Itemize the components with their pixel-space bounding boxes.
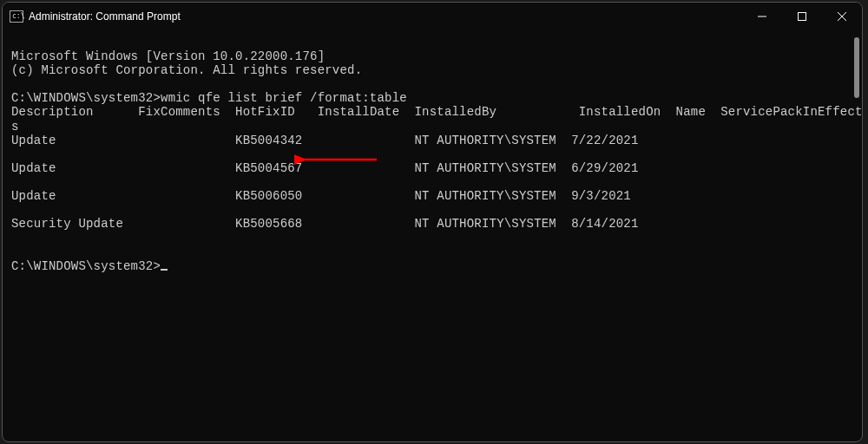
table-row: Security Update KB5005668 NT AUTHORITY\S… <box>11 217 639 231</box>
prompt-line-1: C:\WINDOWS\system32>wmic qfe list brief … <box>11 91 407 105</box>
cell-installedon: 8/14/2021 <box>571 217 638 231</box>
svg-rect-1 <box>799 13 806 21</box>
titlebar-left: c:\ Administrator: Command Prompt <box>10 10 181 23</box>
table-row: Update KB5004342 NT AUTHORITY\SYSTEM 7/2… <box>11 134 639 147</box>
command-prompt-window: c:\ Administrator: Command Prompt Micros… <box>2 2 863 442</box>
cell-installedby: NT AUTHORITY\SYSTEM <box>415 189 556 203</box>
cell-installedon: 6/29/2021 <box>571 161 638 175</box>
command-text: wmic qfe list brief /format:table <box>161 91 407 105</box>
window-title: Administrator: Command Prompt <box>29 10 181 23</box>
minimize-button[interactable] <box>742 3 782 30</box>
hdr-installedon: InstalledOn <box>579 105 661 119</box>
terminal-output[interactable]: Microsoft Windows [Version 10.0.22000.17… <box>3 30 862 296</box>
minimize-icon <box>758 12 766 21</box>
cell-installedon: 7/22/2021 <box>571 134 638 147</box>
cell-installedon: 9/3/2021 <box>571 189 631 203</box>
banner-line-2: (c) Microsoft Corporation. All rights re… <box>11 63 362 77</box>
cell-hotfixid: KB5005668 <box>235 217 302 231</box>
prompt-path: C:\WINDOWS\system32> <box>11 91 161 105</box>
cell-hotfixid: KB5004342 <box>235 134 302 147</box>
maximize-button[interactable] <box>782 3 822 30</box>
table-row: Update KB5004567 NT AUTHORITY\SYSTEM 6/2… <box>11 161 639 175</box>
maximize-icon <box>798 12 806 21</box>
hdr-name: Name <box>676 105 706 119</box>
table-header: Description FixComments HotFixID Install… <box>11 105 863 119</box>
table-row: Update KB5006050 NT AUTHORITY\SYSTEM 9/3… <box>11 189 631 203</box>
cell-description: Update <box>11 189 56 203</box>
hdr-fixcomments: FixComments <box>138 105 220 119</box>
banner-line-1: Microsoft Windows [Version 10.0.22000.17… <box>11 49 325 63</box>
window-controls <box>742 3 862 30</box>
cell-hotfixid: KB5004567 <box>235 161 302 175</box>
hdr-description: Description <box>11 105 94 119</box>
hdr-hotfixid: HotFixID <box>235 105 295 119</box>
hdr-status-wrap2: s <box>11 120 19 134</box>
cursor-icon <box>161 269 168 271</box>
cell-description: Security Update <box>11 217 123 231</box>
hdr-installedby: InstalledBy <box>415 105 497 119</box>
titlebar[interactable]: c:\ Administrator: Command Prompt <box>3 3 862 30</box>
cell-description: Update <box>11 134 56 147</box>
cell-hotfixid: KB5006050 <box>235 189 302 203</box>
cmd-icon: c:\ <box>10 10 23 23</box>
prompt-line-2: C:\WINDOWS\system32> <box>11 259 168 273</box>
cell-installedby: NT AUTHORITY\SYSTEM <box>415 134 556 147</box>
scrollbar-thumb[interactable] <box>854 37 859 98</box>
cell-installedby: NT AUTHORITY\SYSTEM <box>415 217 556 231</box>
prompt-path: C:\WINDOWS\system32> <box>11 259 161 273</box>
cell-description: Update <box>11 161 56 175</box>
close-icon <box>838 12 846 21</box>
close-button[interactable] <box>822 3 862 30</box>
hdr-sp: ServicePackInEffect <box>720 105 862 119</box>
cell-installedby: NT AUTHORITY\SYSTEM <box>415 161 556 175</box>
hdr-installdate: InstallDate <box>318 105 400 119</box>
